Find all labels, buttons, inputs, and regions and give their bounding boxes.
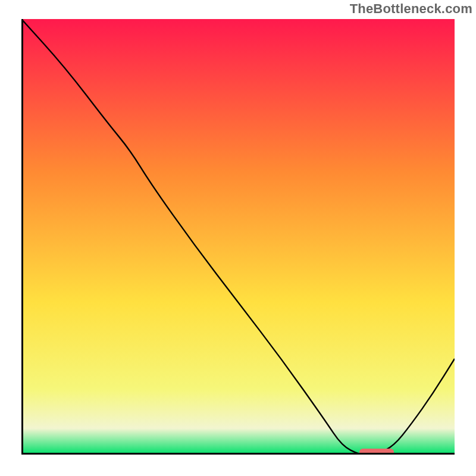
plot-area	[21, 19, 455, 455]
watermark-text: TheBottleneck.com	[350, 1, 472, 17]
plot-background-gradient	[21, 19, 455, 455]
plot-svg	[21, 19, 455, 455]
chart-container: TheBottleneck.com	[0, 0, 476, 476]
